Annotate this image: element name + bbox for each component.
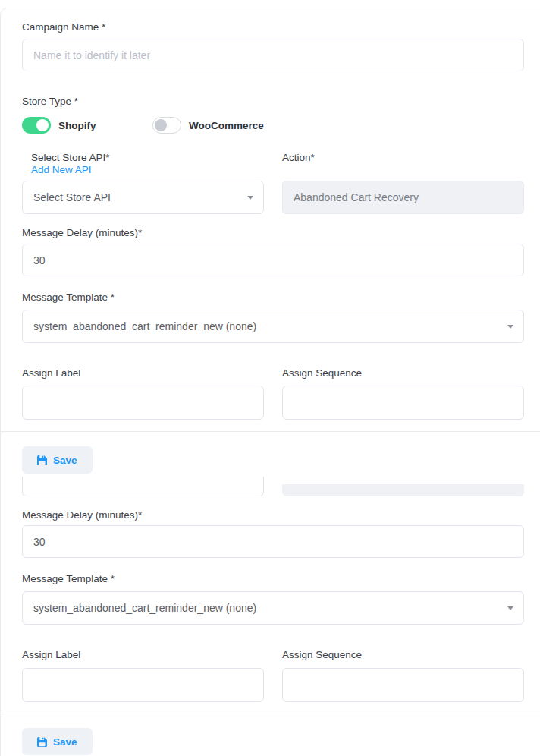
message-delay-label: Message Delay (minutes)* — [22, 509, 524, 521]
toggle-knob — [155, 119, 167, 131]
footer-divider — [1, 713, 540, 713]
action-label: Action* — [282, 152, 524, 164]
campaign-form-card: Campaign Name * Store Type * Shopify Woo… — [0, 8, 540, 756]
store-api-label: Select Store API* — [31, 152, 110, 164]
message-template-select[interactable]: system_abandoned_cart_reminder_new (none… — [22, 591, 524, 625]
store-type-label: Store Type * — [22, 96, 524, 108]
woocommerce-toggle[interactable] — [152, 117, 181, 134]
chevron-down-icon — [247, 196, 253, 200]
footer-divider — [1, 431, 540, 432]
save-button[interactable]: Save — [22, 446, 93, 474]
message-delay-input[interactable] — [22, 525, 524, 558]
assign-label-label: Assign Label — [22, 367, 264, 380]
assign-sequence-input[interactable] — [282, 386, 524, 420]
shopify-toggle-label: Shopify — [58, 120, 96, 131]
woocommerce-toggle-label: WooCommerce — [189, 120, 264, 131]
campaign-form-2: Message Delay (minutes)* Message Templat… — [22, 474, 524, 702]
form-2-footer: Save — [22, 728, 540, 755]
clipped-field-row — [22, 477, 524, 497]
store-api-select-value: Select Store API — [33, 191, 111, 203]
message-delay-input[interactable] — [22, 244, 524, 276]
toggle-knob — [36, 119, 49, 131]
message-template-select-value: system_abandoned_cart_reminder_new (none… — [33, 320, 256, 332]
store-type-toggle-row: Shopify WooCommerce — [22, 117, 524, 134]
clipped-action-field — [282, 484, 524, 496]
chevron-down-icon — [507, 606, 513, 610]
save-button-label: Save — [53, 736, 77, 748]
campaign-name-label: Campaign Name * — [22, 21, 524, 33]
save-floppy-icon — [37, 737, 47, 747]
save-floppy-icon — [37, 455, 47, 465]
chevron-down-icon — [507, 325, 513, 329]
assign-sequence-label: Assign Sequence — [282, 649, 524, 661]
shopify-toggle-item: Shopify — [22, 117, 152, 134]
save-button[interactable]: Save — [22, 728, 93, 755]
shopify-toggle[interactable] — [22, 117, 51, 134]
action-field: Abandoned Cart Recovery — [282, 181, 524, 214]
message-template-select[interactable]: system_abandoned_cart_reminder_new (none… — [22, 310, 524, 343]
assign-sequence-input[interactable] — [282, 668, 524, 702]
campaign-form-1: Campaign Name * Store Type * Shopify Woo… — [22, 8, 524, 420]
message-template-select-value: system_abandoned_cart_reminder_new (none… — [33, 602, 256, 614]
message-template-label: Message Template * — [22, 573, 524, 585]
save-button-label: Save — [53, 455, 77, 466]
assign-sequence-label: Assign Sequence — [282, 367, 524, 380]
woocommerce-toggle-item: WooCommerce — [152, 117, 264, 134]
assign-label-label: Assign Label — [22, 649, 264, 661]
add-new-api-link[interactable]: Add New API — [31, 164, 92, 175]
message-delay-label: Message Delay (minutes)* — [22, 227, 524, 239]
assign-label-input[interactable] — [22, 386, 264, 420]
campaign-name-input[interactable] — [22, 39, 524, 71]
clipped-store-api-select[interactable] — [22, 477, 264, 496]
assign-label-input[interactable] — [22, 668, 264, 702]
store-api-select[interactable]: Select Store API — [22, 181, 264, 214]
message-template-label: Message Template * — [22, 291, 524, 304]
form-1-footer: Save — [22, 446, 540, 474]
action-field-value: Abandoned Cart Recovery — [294, 191, 419, 203]
